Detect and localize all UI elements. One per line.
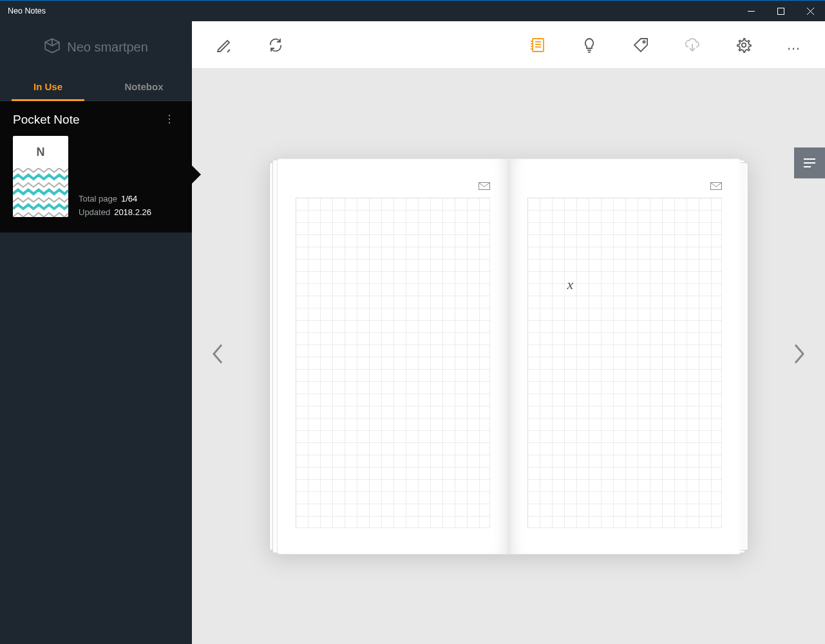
window-title: Neo Notes bbox=[0, 6, 46, 15]
window-controls bbox=[736, 1, 825, 21]
page-left[interactable] bbox=[277, 158, 509, 554]
notebook-icon[interactable] bbox=[529, 36, 547, 54]
page-right[interactable]: x bbox=[509, 158, 741, 554]
title-bar: Neo Notes bbox=[0, 1, 825, 21]
next-page-button[interactable] bbox=[793, 342, 807, 371]
meta-label: Total page bbox=[79, 194, 117, 204]
side-panel-toggle[interactable] bbox=[794, 147, 825, 178]
notebook-cover: N bbox=[13, 136, 68, 217]
svg-point-17 bbox=[742, 43, 746, 46]
grid-area bbox=[296, 198, 490, 528]
notebook-title: Pocket Note bbox=[13, 113, 80, 127]
idea-icon[interactable] bbox=[580, 36, 598, 54]
handwriting-mark: x bbox=[567, 276, 574, 293]
grid-pattern-icon bbox=[527, 198, 722, 528]
toolbar: … bbox=[192, 21, 825, 69]
prev-page-button[interactable] bbox=[210, 342, 224, 371]
page-stack-right-icon bbox=[741, 162, 748, 551]
mail-icon bbox=[479, 181, 490, 189]
meta-value: 1/64 bbox=[121, 194, 137, 204]
grid-area: x bbox=[527, 198, 722, 528]
sync-icon[interactable] bbox=[267, 36, 285, 54]
settings-icon[interactable] bbox=[735, 36, 753, 54]
mail-icon bbox=[710, 181, 722, 189]
maximize-button[interactable] bbox=[766, 1, 795, 21]
grid-pattern-icon bbox=[296, 198, 490, 528]
notebook-spread: x bbox=[277, 158, 741, 554]
tab-in-use[interactable]: In Use bbox=[0, 73, 96, 100]
sidebar: Neo smartpen In Use Notebox Pocket Note … bbox=[0, 21, 192, 644]
brand-text: Neo smartpen bbox=[67, 40, 148, 55]
tab-label: Notebox bbox=[125, 81, 164, 92]
notebook-card[interactable]: Pocket Note … N bbox=[0, 101, 192, 232]
meta-value: 2018.2.26 bbox=[114, 207, 151, 217]
tab-label: In Use bbox=[33, 81, 62, 92]
tab-notebox[interactable]: Notebox bbox=[96, 73, 192, 100]
cloud-download-icon[interactable] bbox=[683, 36, 701, 54]
svg-rect-1 bbox=[777, 8, 784, 14]
tag-icon[interactable] bbox=[632, 36, 650, 54]
meta-label: Updated bbox=[79, 207, 110, 217]
svg-rect-5 bbox=[533, 39, 544, 52]
cover-letter: N bbox=[13, 136, 68, 168]
meta-row-total-page: Total page 1/64 bbox=[79, 194, 151, 204]
brand: Neo smartpen bbox=[0, 21, 192, 73]
zigzag-pattern-icon bbox=[13, 168, 68, 217]
close-button[interactable] bbox=[795, 1, 825, 21]
svg-rect-25 bbox=[527, 198, 722, 528]
brand-logo-icon bbox=[44, 37, 61, 57]
page-viewer: x bbox=[192, 69, 825, 644]
notebook-meta: Total page 1/64 Updated 2018.2.26 bbox=[79, 136, 151, 217]
pen-icon[interactable] bbox=[215, 36, 233, 54]
svg-rect-22 bbox=[296, 198, 490, 528]
svg-point-15 bbox=[643, 41, 645, 43]
sidebar-tabs: In Use Notebox bbox=[0, 73, 192, 101]
meta-row-updated: Updated 2018.2.26 bbox=[79, 207, 151, 217]
content-area: … bbox=[192, 21, 825, 644]
minimize-button[interactable] bbox=[736, 1, 766, 21]
